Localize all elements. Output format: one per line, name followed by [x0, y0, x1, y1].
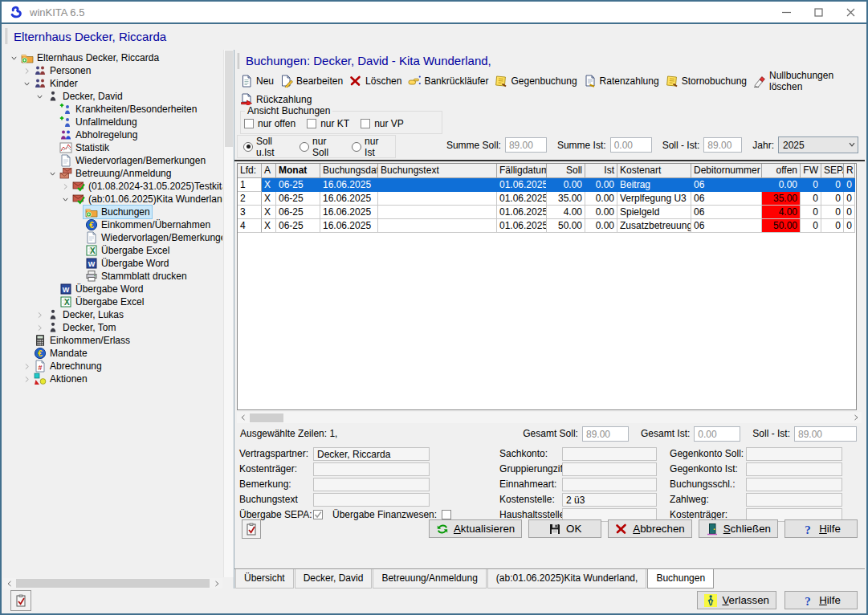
tree-item-01-08-2024-31-05-2025-testkita[interactable]: (01.08.2024-31.05.2025)Testkita	[3, 180, 222, 193]
radio-soll-u-ist[interactable]	[243, 142, 253, 152]
form-field-kostenstelle[interactable]: 2 ü3	[562, 493, 657, 507]
toolbar-button-bearbeiten[interactable]: Bearbeiten	[279, 74, 348, 88]
tree-item-kinder[interactable]: Kinder	[3, 77, 222, 90]
tree-item-decker-david[interactable]: Decker, David	[3, 90, 222, 103]
hilfe-button[interactable]: ?Hilfe	[784, 519, 858, 538]
tree-expander-icon[interactable]	[34, 324, 45, 332]
tree-item-elternhaus-decker-riccarda[interactable]: Elternhaus Decker, Riccarda	[3, 51, 222, 64]
tab-decker-david[interactable]: Decker, David	[295, 569, 373, 589]
tree-expander-icon[interactable]	[34, 312, 45, 319]
verlassen-button[interactable]: Verlassen	[697, 591, 776, 609]
total-field-gesamt-ist[interactable]: 0.00	[694, 426, 740, 442]
column-header-debitornummer[interactable]: Debitornummer	[691, 164, 762, 178]
toolbar-button-l-schen[interactable]: Löschen	[348, 74, 406, 88]
form-field-buchungstext[interactable]	[313, 493, 430, 507]
form-field-buchungsschl[interactable]	[746, 478, 842, 491]
form-field-gruppierungziffer[interactable]	[562, 462, 657, 476]
tree-item-krankheiten-besonderheiten[interactable]: Krankheiten/Besonderheiten	[3, 103, 222, 116]
form-field-bemerkung[interactable]	[313, 478, 430, 491]
tree-item-abholregelung[interactable]: Abholregelung	[3, 128, 222, 141]
checkbox-nur-offen[interactable]	[244, 119, 254, 128]
table-row[interactable]: 2X06-2516.06.202501.06.202535.000.00Verp…	[238, 192, 856, 206]
tree-item-mandate[interactable]: €Mandate	[3, 347, 222, 360]
tree-item-bergabe-word[interactable]: WÜbergabe Word	[3, 257, 222, 270]
column-header-lfd[interactable]: Lfd:	[238, 164, 262, 178]
tree-expander-icon[interactable]	[21, 67, 32, 75]
tree-item-bergabe-excel[interactable]: XÜbergabe Excel	[3, 244, 222, 257]
toolbar-button-bankr-ckl-ufer[interactable]: Bankrückläufer	[406, 74, 493, 88]
tree-expander-icon[interactable]	[59, 196, 71, 203]
tree-expander-icon[interactable]	[47, 170, 58, 177]
tree-item-einkommen-bernahmen[interactable]: €Einkommen/Übernahmen	[3, 218, 222, 231]
tree-item-abrechnung[interactable]: #Abrechnung	[3, 360, 222, 373]
tree-item-betreuung-anmeldung[interactable]: Betreuung/Anmeldung	[3, 167, 222, 180]
form-field-zahlweg[interactable]	[746, 493, 842, 507]
scrollbar-thumb[interactable]	[225, 51, 233, 147]
tree-item-personen[interactable]: Personen	[3, 64, 222, 77]
toolbar-button-gegenbuchung[interactable]: Gegenbuchung	[493, 74, 581, 88]
aktualisieren-button[interactable]: Aktualisieren	[429, 519, 522, 538]
tree-expander-icon[interactable]	[21, 376, 32, 383]
column-header-sepa[interactable]: SEPA	[821, 164, 844, 178]
maximize-button[interactable]	[802, 2, 834, 22]
minimize-button[interactable]	[770, 2, 802, 22]
tree-horizontal-scrollbar[interactable]	[3, 578, 222, 589]
form-field-sachkonto[interactable]	[562, 447, 657, 461]
column-header-soll[interactable]: Soll	[547, 164, 585, 178]
tree-expander-icon[interactable]	[21, 363, 32, 370]
column-header-fw[interactable]: FW	[801, 164, 821, 178]
form-field-gegenkonto-soll[interactable]	[746, 447, 842, 461]
ok-button[interactable]: OK	[528, 519, 601, 538]
tree-item-aktionen[interactable]: Aktionen	[3, 373, 222, 385]
tree-item-bergabe-excel[interactable]: XÜbergabe Excel	[3, 295, 222, 308]
scrollbar-thumb[interactable]	[250, 413, 283, 422]
tree-item-buchungen[interactable]: Buchungen	[3, 206, 222, 218]
column-header-kostenart[interactable]: Kostenart	[617, 164, 691, 178]
tab-ab-01-06-2025-kita-wunderland[interactable]: (ab:01.06.2025)Kita Wunderland,	[487, 569, 647, 589]
clipboard-button[interactable]	[10, 590, 31, 611]
tree-item-wiedervorlagen-bemerkungen[interactable]: Wiedervorlagen/Bemerkungen	[3, 154, 222, 167]
column-header-buchungsdat[interactable]: Buchungsdat.	[320, 164, 378, 178]
tree-item-stammblatt-drucken[interactable]: Stammblatt drucken	[3, 270, 222, 283]
radio-nur-ist[interactable]	[352, 142, 361, 152]
tree-item-einkommen-erlass[interactable]: Einkommen/Erlass	[3, 334, 222, 347]
tree-item-decker-lukas[interactable]: Decker, Lukas	[3, 308, 222, 321]
radio-nur-soll[interactable]	[300, 142, 309, 152]
tree-expander-icon[interactable]	[59, 183, 71, 190]
tree-expander-icon[interactable]	[21, 80, 32, 88]
checkbox-nur-vp[interactable]	[361, 119, 370, 128]
table-row[interactable]: 4X06-2516.06.202501.06.202550.000.00Zusa…	[238, 219, 856, 233]
scroll-right-icon[interactable]	[850, 413, 862, 423]
abbrechen-button[interactable]: Abbrechen	[608, 519, 691, 538]
table-horizontal-scrollbar[interactable]	[237, 412, 862, 423]
column-header-r[interactable]: R	[844, 164, 855, 178]
tree-expander-icon[interactable]	[34, 93, 45, 100]
tab-buchungen[interactable]: Buchungen	[647, 569, 714, 589]
total-field-gesamt-soll[interactable]: 89.00	[582, 426, 629, 442]
sum-field-summe-ist[interactable]: 0.00	[610, 137, 652, 153]
scroll-left-icon[interactable]	[3, 578, 14, 589]
toolbar-button-nullbuchungen-l-schen[interactable]: Nullbuchungen löschen	[752, 69, 865, 93]
tree-item-bergabe-word[interactable]: WÜbergabe Word	[3, 283, 222, 295]
form-field-vertragspartner[interactable]: Decker, Riccarda	[313, 447, 430, 461]
tree-vertical-scrollbar[interactable]	[223, 50, 234, 577]
scroll-left-icon[interactable]	[237, 413, 248, 423]
column-header-buchungstext[interactable]: Buchungstext	[378, 164, 497, 178]
schlie-en-button[interactable]: Schließen	[699, 519, 778, 538]
toolbar-button-stornobuchung[interactable]: Stornobuchung	[664, 74, 752, 88]
form-field-gegenkonto-ist[interactable]	[746, 462, 842, 476]
table-row[interactable]: 3X06-2516.06.202501.06.20254.000.00Spiel…	[238, 206, 856, 219]
column-header-offen[interactable]: offen	[762, 164, 801, 178]
toolbar-button-r-ckzahlung[interactable]: Rückzahlung	[238, 92, 316, 107]
column-header-f-lligdatum[interactable]: Fälligdatum	[497, 164, 547, 178]
hilfe-button[interactable]: ?Hilfe	[784, 591, 858, 609]
close-button[interactable]	[834, 2, 866, 22]
tree-item-unfallmeldung[interactable]: Unfallmeldung	[3, 116, 222, 128]
form-field-kostentr-ger[interactable]	[313, 462, 430, 476]
scrollbar-thumb[interactable]	[16, 579, 210, 588]
tab-betreuung-anmeldung[interactable]: Betreuung/Anmeldung	[373, 569, 486, 589]
tree-item-decker-tom[interactable]: Decker, Tom	[3, 321, 222, 334]
tab-bersicht[interactable]: Übersicht	[235, 569, 294, 589]
scroll-right-icon[interactable]	[211, 578, 222, 589]
column-header-monat[interactable]: Monat	[276, 164, 320, 178]
